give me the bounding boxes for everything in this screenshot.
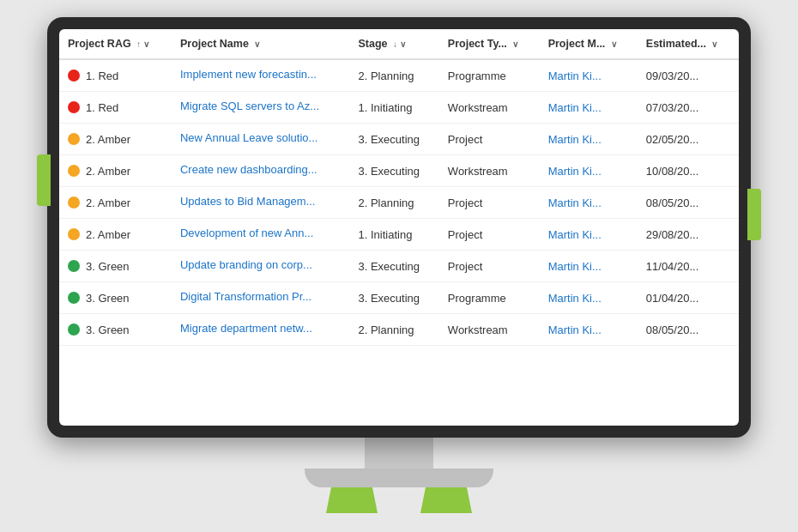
table-row: 1. Red Migrate SQL servers to Az... 1. I… — [59, 92, 739, 124]
rag-dot-amber — [68, 133, 80, 145]
project-name-cell[interactable]: Digital Transformation Pr... — [172, 282, 350, 314]
manager-link[interactable]: Martin Ki... — [548, 196, 602, 209]
estimated-cell: 08/05/20... — [638, 187, 739, 219]
col-manager[interactable]: Project M... ∨ — [540, 29, 638, 59]
table-row: 1. Red Implement new forecastin... 2. Pl… — [59, 59, 739, 92]
project-name-link[interactable]: New Annual Leave solutio... — [180, 131, 317, 144]
rag-label: 2. Amber — [86, 228, 130, 241]
type-cell: Workstream — [439, 92, 540, 124]
sort-name-icon: ∨ — [254, 39, 260, 49]
rag-label: 3. Green — [86, 292, 130, 305]
rag-label: 3. Green — [86, 260, 130, 273]
project-name-link[interactable]: Development of new Ann... — [180, 227, 313, 239]
type-cell: Programme — [439, 59, 540, 92]
manager-cell[interactable]: Martin Ki... — [540, 187, 638, 219]
col-type[interactable]: Project Ty... ∨ — [439, 29, 540, 59]
manager-cell[interactable]: Martin Ki... — [540, 314, 638, 346]
project-name-link[interactable]: Update branding on corp... — [180, 258, 312, 271]
manager-cell[interactable]: Martin Ki... — [540, 92, 638, 124]
stage-cell: 3. Executing — [350, 124, 439, 155]
rag-cell: 3. Green — [59, 251, 172, 282]
manager-link[interactable]: Martin Ki... — [548, 260, 602, 273]
col-estimated[interactable]: Estimated... ∨ — [638, 29, 739, 59]
accent-right — [747, 189, 761, 240]
estimated-cell: 10/08/20... — [638, 155, 739, 187]
type-cell: Project — [439, 187, 540, 219]
project-name-link[interactable]: Migrate department netw... — [180, 322, 312, 335]
manager-cell[interactable]: Martin Ki... — [540, 219, 638, 251]
rag-dot-green — [68, 292, 80, 304]
accent-left — [37, 154, 51, 206]
rag-dot-green — [68, 323, 80, 336]
col-name[interactable]: Project Name ∨ — [172, 29, 350, 59]
table-header-row: Project RAG ↑ ∨ Project Name ∨ Stage ↓ ∨… — [59, 29, 739, 59]
estimated-cell: 01/04/20... — [638, 282, 739, 314]
rag-label: 3. Green — [86, 323, 130, 336]
type-cell: Project — [439, 251, 540, 282]
col-rag[interactable]: Project RAG ↑ ∨ — [59, 29, 172, 59]
project-name-link[interactable]: Updates to Bid Managem... — [180, 195, 316, 208]
manager-link[interactable]: Martin Ki... — [548, 165, 602, 178]
rag-dot-amber — [68, 228, 80, 240]
project-name-link[interactable]: Implement new forecastin... — [180, 68, 317, 81]
project-name-link[interactable]: Migrate SQL servers to Az... — [180, 100, 319, 112]
project-name-link[interactable]: Digital Transformation Pr... — [180, 290, 311, 303]
table-row: 2. Amber Create new dashboarding... 3. E… — [59, 155, 739, 187]
rag-dot-green — [68, 260, 80, 272]
rag-dot-red — [68, 70, 80, 82]
estimated-cell: 08/05/20... — [638, 314, 739, 346]
stage-cell: 3. Executing — [350, 251, 439, 282]
manager-cell[interactable]: Martin Ki... — [540, 251, 638, 282]
manager-cell[interactable]: Martin Ki... — [540, 282, 638, 314]
col-stage[interactable]: Stage ↓ ∨ — [350, 29, 439, 59]
rag-cell: 2. Amber — [59, 187, 172, 219]
stage-cell: 2. Planning — [350, 187, 439, 219]
rag-label: 2. Amber — [86, 196, 130, 209]
manager-link[interactable]: Martin Ki... — [548, 70, 602, 82]
rag-label: 2. Amber — [86, 133, 130, 146]
manager-link[interactable]: Martin Ki... — [548, 101, 602, 114]
sort-rag-icon: ↑ ∨ — [136, 39, 149, 49]
rag-cell: 3. Green — [59, 314, 172, 346]
manager-link[interactable]: Martin Ki... — [548, 323, 602, 336]
manager-link[interactable]: Martin Ki... — [548, 133, 602, 146]
stage-cell: 2. Planning — [350, 314, 439, 346]
table-row: 2. Amber New Annual Leave solutio... 3. … — [59, 124, 739, 155]
estimated-cell: 29/08/20... — [638, 219, 739, 251]
type-cell: Workstream — [439, 155, 540, 187]
manager-cell[interactable]: Martin Ki... — [540, 59, 638, 92]
rag-cell: 2. Amber — [59, 219, 172, 251]
rag-cell: 1. Red — [59, 92, 172, 124]
project-name-cell[interactable]: Implement new forecastin... — [172, 59, 350, 92]
rag-label: 1. Red — [86, 101, 118, 114]
project-name-cell[interactable]: New Annual Leave solutio... — [172, 124, 350, 155]
type-cell: Project — [439, 219, 540, 251]
rag-label: 2. Amber — [86, 165, 130, 178]
project-name-cell[interactable]: Create new dashboarding... — [172, 155, 350, 187]
rag-cell: 1. Red — [59, 59, 172, 92]
stage-cell: 3. Executing — [350, 282, 439, 314]
right-leg — [420, 487, 472, 513]
table-row: 3. Green Update branding on corp... 3. E… — [59, 251, 739, 282]
project-name-link[interactable]: Create new dashboarding... — [180, 163, 317, 176]
rag-dot-amber — [68, 196, 80, 209]
rag-label: 1. Red — [86, 70, 118, 82]
project-name-cell[interactable]: Migrate department netw... — [172, 314, 350, 346]
projects-table: Project RAG ↑ ∨ Project Name ∨ Stage ↓ ∨… — [59, 29, 739, 346]
manager-cell[interactable]: Martin Ki... — [540, 124, 638, 155]
project-name-cell[interactable]: Development of new Ann... — [172, 219, 350, 251]
screen: Project RAG ↑ ∨ Project Name ∨ Stage ↓ ∨… — [59, 29, 739, 426]
project-name-cell[interactable]: Migrate SQL servers to Az... — [172, 92, 350, 124]
sort-estimated-icon: ∨ — [711, 39, 717, 49]
sort-type-icon: ∨ — [512, 39, 518, 49]
stage-cell: 3. Executing — [350, 155, 439, 187]
manager-link[interactable]: Martin Ki... — [548, 228, 602, 241]
manager-cell[interactable]: Martin Ki... — [540, 155, 638, 187]
stage-cell: 2. Planning — [350, 59, 439, 92]
rag-cell: 2. Amber — [59, 155, 172, 187]
project-name-cell[interactable]: Update branding on corp... — [172, 251, 350, 282]
manager-link[interactable]: Martin Ki... — [548, 292, 602, 305]
rag-dot-red — [68, 101, 80, 113]
project-name-cell[interactable]: Updates to Bid Managem... — [172, 187, 350, 219]
table-row: 3. Green Digital Transformation Pr... 3.… — [59, 282, 739, 314]
